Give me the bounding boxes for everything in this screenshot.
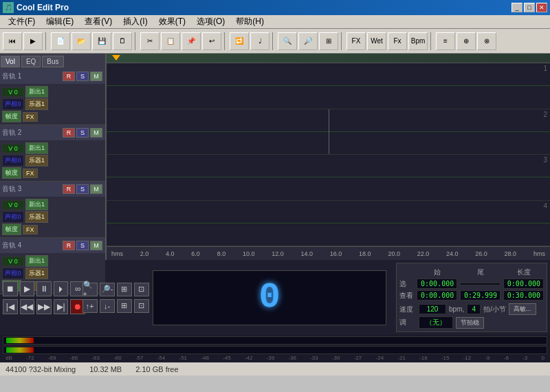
key-value[interactable]: （无） bbox=[419, 316, 453, 329]
track-1-bus[interactable]: 乐器1 bbox=[25, 98, 48, 110]
zoom-sel-v[interactable]: ⊞ bbox=[117, 299, 132, 313]
ti-select-length[interactable]: 0:00.000 bbox=[503, 279, 544, 289]
track-2-volume[interactable]: V 0 bbox=[2, 144, 24, 153]
tb-undo[interactable]: ↩ bbox=[202, 32, 221, 50]
tb-zoom-sel[interactable]: ⊞ bbox=[319, 32, 338, 50]
track-1-solo[interactable]: S bbox=[76, 72, 89, 81]
track-1-pan[interactable]: 声相0 bbox=[2, 98, 24, 110]
tb-paste[interactable]: 📌 bbox=[182, 32, 201, 50]
menu-edit[interactable]: 编辑(E) bbox=[41, 14, 79, 29]
track-wave-3[interactable]: 3 bbox=[107, 155, 550, 201]
window-controls[interactable]: _ □ ✕ bbox=[512, 3, 547, 12]
track-3-fx[interactable]: FX bbox=[23, 225, 38, 235]
menu-file[interactable]: 文件(F) bbox=[3, 14, 41, 29]
go-end-button[interactable]: ▶| bbox=[54, 299, 69, 314]
close-button[interactable]: ✕ bbox=[536, 3, 547, 12]
track-1-mute[interactable]: M bbox=[90, 72, 102, 81]
track-1-fx-btn[interactable]: 帧度 bbox=[2, 111, 21, 122]
tb-loop[interactable]: 🔁 bbox=[230, 32, 249, 50]
zoom-sel-h[interactable]: ⊞ bbox=[117, 283, 132, 296]
tb-new[interactable]: 📄 bbox=[51, 32, 70, 50]
key-beat-btn[interactable]: 节拍稳 bbox=[456, 317, 484, 329]
speed-beat[interactable]: 4 bbox=[467, 304, 481, 314]
play-to-end[interactable]: ⏵ bbox=[54, 281, 69, 296]
tb-misc3[interactable]: ⊗ bbox=[477, 32, 496, 50]
tb-zoom-in[interactable]: 🔍 bbox=[278, 32, 297, 50]
track-1-volume[interactable]: V 0 bbox=[2, 87, 24, 97]
stop-button[interactable]: ⏹ bbox=[3, 281, 18, 296]
tb-fx2[interactable]: Fx bbox=[388, 32, 407, 50]
playhead-marker[interactable] bbox=[112, 55, 120, 61]
tb-misc2[interactable]: ⊕ bbox=[456, 32, 476, 50]
zoom-in-h[interactable]: 🔍+ bbox=[82, 283, 98, 296]
menu-effects[interactable]: 效果(T) bbox=[153, 14, 191, 29]
pause-button[interactable]: ⏸ bbox=[36, 281, 52, 296]
track-3-mute[interactable]: M bbox=[90, 184, 102, 194]
zoom-full-v[interactable]: ⊡ bbox=[134, 299, 149, 313]
menu-insert[interactable]: 插入(I) bbox=[118, 14, 153, 29]
tb-save[interactable]: 💾 bbox=[92, 32, 111, 50]
ti-select-end[interactable] bbox=[460, 283, 500, 285]
tb-copy[interactable]: 📋 bbox=[161, 32, 180, 50]
menu-options[interactable]: 选项(O) bbox=[191, 14, 230, 29]
tb-open[interactable]: 📂 bbox=[72, 32, 91, 50]
zoom-full-h[interactable]: ⊡ bbox=[134, 283, 149, 296]
track-2-fx-btn[interactable]: 帧度 bbox=[2, 167, 21, 179]
go-start-button[interactable]: |◀ bbox=[3, 299, 18, 314]
track-2-mute[interactable]: M bbox=[90, 128, 102, 138]
track-3-pan[interactable]: 声相0 bbox=[2, 211, 24, 223]
zoom-out-h[interactable]: 🔎- bbox=[100, 283, 115, 296]
track-2-pan[interactable]: 声相0 bbox=[2, 155, 24, 166]
tab-eq[interactable]: EQ bbox=[21, 56, 41, 67]
play-button[interactable]: ▶ bbox=[20, 281, 35, 296]
track-2-bus[interactable]: 乐器1 bbox=[25, 155, 48, 166]
tb-save2[interactable]: 🗒 bbox=[113, 32, 132, 50]
track-4-solo[interactable]: S bbox=[76, 241, 89, 250]
maximize-button[interactable]: □ bbox=[524, 3, 535, 12]
track-1-name: 音轨 1 bbox=[2, 72, 62, 81]
tb-rewind[interactable]: ⏮ bbox=[3, 32, 22, 50]
speed-high-btn[interactable]: 高敏... bbox=[509, 303, 536, 315]
tab-bus[interactable]: Bus bbox=[42, 56, 63, 67]
track-1-record[interactable]: R bbox=[63, 72, 75, 81]
tb-play[interactable]: ▶ bbox=[23, 32, 43, 50]
tb-cut[interactable]: ✂ bbox=[140, 32, 160, 50]
track-3-volume[interactable]: V 0 bbox=[2, 200, 24, 210]
track-wave-1[interactable]: 1 bbox=[107, 63, 550, 109]
track-3-solo[interactable]: S bbox=[76, 184, 89, 194]
fast-forward-button[interactable]: ▶▶ bbox=[36, 299, 52, 314]
track-3-fx-btn[interactable]: 帧度 bbox=[2, 224, 21, 235]
track-2-record[interactable]: R bbox=[63, 128, 75, 138]
zoom-in-v[interactable]: ↑+ bbox=[82, 299, 98, 313]
menu-help[interactable]: 帮助(H) bbox=[230, 14, 270, 29]
track-wave-4[interactable]: 4 bbox=[107, 201, 550, 247]
track-2-fx[interactable]: FX bbox=[23, 168, 38, 178]
rewind-button[interactable]: ◀◀ bbox=[20, 299, 35, 314]
zoom-out-v[interactable]: ↓- bbox=[100, 299, 115, 313]
track-4-record[interactable]: R bbox=[63, 241, 75, 250]
tb-wet[interactable]: Wet bbox=[367, 32, 386, 50]
track-1-fx[interactable]: FX bbox=[23, 112, 38, 122]
tb-misc1[interactable]: ≡ bbox=[436, 32, 455, 50]
track-2-solo[interactable]: S bbox=[76, 128, 89, 138]
tab-vol[interactable]: Vol bbox=[1, 56, 20, 67]
ti-select-begin[interactable]: 0:00.000 bbox=[417, 279, 457, 289]
waveform-area[interactable]: 1 2 3 4 hms 2.0 4 bbox=[107, 54, 550, 260]
track-3-out[interactable]: 新出1 bbox=[25, 199, 48, 210]
speed-bpm[interactable]: 120 bbox=[419, 304, 446, 314]
menu-view[interactable]: 查看(V) bbox=[79, 14, 118, 29]
ti-view-end[interactable]: 0:29.999 bbox=[460, 290, 500, 301]
tb-metronome[interactable]: ♩ bbox=[250, 32, 270, 50]
track-3-bus[interactable]: 乐器1 bbox=[25, 211, 48, 223]
tb-bpm[interactable]: Bpm bbox=[408, 32, 428, 50]
track-2-out[interactable]: 新出1 bbox=[25, 142, 48, 154]
minimize-button[interactable]: _ bbox=[512, 3, 522, 12]
track-wave-2[interactable]: 2 bbox=[107, 109, 550, 155]
tb-zoom-out[interactable]: 🔎 bbox=[298, 32, 318, 50]
ti-view-length[interactable]: 0:30.000 bbox=[503, 290, 544, 301]
track-1-out[interactable]: 新出1 bbox=[25, 86, 48, 98]
ti-view-begin[interactable]: 0:00.000 bbox=[417, 290, 457, 301]
track-3-record[interactable]: R bbox=[63, 184, 75, 194]
track-4-mute[interactable]: M bbox=[90, 241, 102, 250]
tb-fx[interactable]: FX bbox=[346, 32, 366, 50]
